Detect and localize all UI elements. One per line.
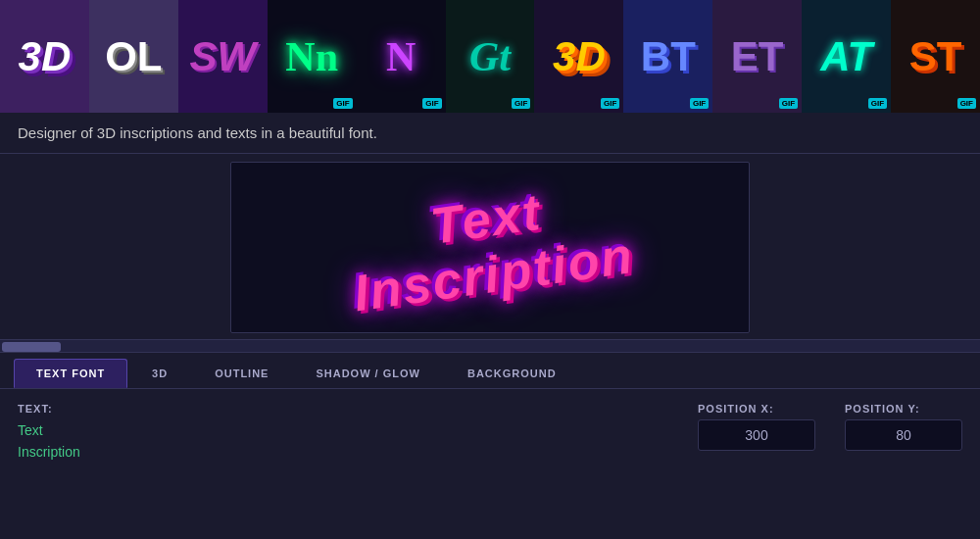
tabs-row: TEXT FONT 3D OUTLINE SHADOW / GLOW BACKG… <box>0 353 980 389</box>
gif-badge-6: GIF <box>512 98 530 109</box>
gallery-item-5[interactable]: N GIF <box>357 0 446 113</box>
position-x-input[interactable] <box>698 419 815 451</box>
gallery-item-label-11: ST <box>891 0 980 113</box>
gif-badge-10: GIF <box>868 98 887 109</box>
gallery-item-10[interactable]: AT GIF <box>802 0 891 113</box>
gallery-item-label-8: BT <box>623 0 712 113</box>
gallery-item-label-4: Nn <box>268 0 357 113</box>
tab-text-font[interactable]: TEXT FONT <box>14 359 127 388</box>
gallery-item-label-1: 3D <box>0 0 89 113</box>
gallery-item-label-6: Gt <box>446 0 535 113</box>
canvas-text-container: Text Inscription <box>343 172 638 322</box>
position-x-label: POSITION X: <box>698 403 815 415</box>
description-text: Designer of 3D inscriptions and texts in… <box>18 124 377 141</box>
scrollbar-area[interactable] <box>0 339 980 353</box>
gif-badge-5: GIF <box>422 98 441 109</box>
style-gallery: 3D OL SW Nn GIF N GIF Gt GIF 3D GIF BT G… <box>0 0 980 113</box>
gallery-item-2[interactable]: OL <box>89 0 178 113</box>
tab-3d[interactable]: 3D <box>129 359 190 388</box>
tab-shadow-glow[interactable]: SHADOW / GLOW <box>293 359 443 388</box>
gallery-item-8[interactable]: BT GIF <box>623 0 712 113</box>
gallery-item-label-2: OL <box>89 0 178 113</box>
position-y-input[interactable] <box>845 419 962 451</box>
gallery-item-label-10: AT <box>802 0 891 113</box>
gallery-item-11[interactable]: ST GIF <box>891 0 980 113</box>
position-x-group: POSITION X: <box>698 403 815 451</box>
position-y-label: POSITION Y: <box>845 403 962 415</box>
gallery-item-9[interactable]: ET GIF <box>712 0 802 113</box>
gallery-item-6[interactable]: Gt GIF <box>446 0 535 113</box>
position-y-group: POSITION Y: <box>845 403 962 451</box>
gallery-item-label-3: SW <box>178 0 268 113</box>
gallery-item-label-9: ET <box>712 0 802 113</box>
description-bar: Designer of 3D inscriptions and texts in… <box>0 113 980 154</box>
gif-badge-8: GIF <box>690 98 709 109</box>
text-field-value: Text Inscription <box>18 419 80 464</box>
gif-badge-7: GIF <box>601 98 619 109</box>
settings-row: TEXT: Text Inscription POSITION X: POSIT… <box>0 389 980 477</box>
tab-background[interactable]: BACKGROUND <box>445 359 579 388</box>
gif-badge-9: GIF <box>779 98 798 109</box>
gallery-item-1[interactable]: 3D <box>0 0 89 113</box>
canvas-wrapper: Text Inscription <box>0 154 980 339</box>
tab-outline[interactable]: OUTLINE <box>192 359 291 388</box>
gallery-item-label-5: N <box>357 0 446 113</box>
canvas-area: Text Inscription <box>230 162 750 333</box>
scrollbar-thumb[interactable] <box>2 342 61 352</box>
gallery-item-7[interactable]: 3D GIF <box>534 0 623 113</box>
gif-badge-4: GIF <box>333 98 352 109</box>
gallery-item-label-7: 3D <box>534 0 623 113</box>
gallery-item-4[interactable]: Nn GIF <box>268 0 357 113</box>
text-line2: Inscription <box>18 444 80 460</box>
text-field-label: TEXT: <box>18 403 80 415</box>
gallery-item-3[interactable]: SW <box>178 0 268 113</box>
text-line1: Text <box>18 422 43 438</box>
text-field-group: TEXT: Text Inscription <box>18 403 80 464</box>
gif-badge-11: GIF <box>957 98 976 109</box>
